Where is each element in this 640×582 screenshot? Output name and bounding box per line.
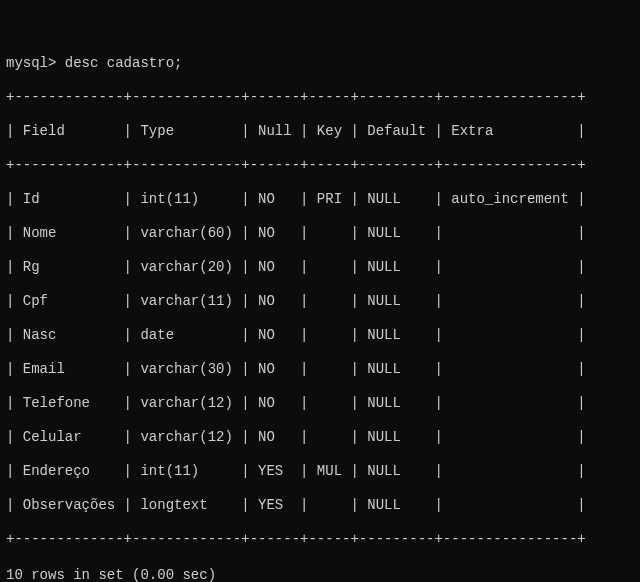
table1-row: | Telefone | varchar(12) | NO | | NULL |…	[6, 395, 634, 412]
table1-row: | Nome | varchar(60) | NO | | NULL | |	[6, 225, 634, 242]
table1-row: | Endereço | int(11) | YES | MUL | NULL …	[6, 463, 634, 480]
table1-row: | Cpf | varchar(11) | NO | | NULL | |	[6, 293, 634, 310]
table1-row: | Observações | longtext | YES | | NULL …	[6, 497, 634, 514]
table1-sep-bot: +-------------+-------------+------+----…	[6, 531, 634, 548]
table1-sep-mid: +-------------+-------------+------+----…	[6, 157, 634, 174]
table1-sep-top: +-------------+-------------+------+----…	[6, 89, 634, 106]
status-1: 10 rows in set (0.00 sec)	[6, 567, 634, 582]
table1-row: | Email | varchar(30) | NO | | NULL | |	[6, 361, 634, 378]
table1-row: | Celular | varchar(12) | NO | | NULL | …	[6, 429, 634, 446]
table1-row: | Id | int(11) | NO | PRI | NULL | auto_…	[6, 191, 634, 208]
table1-header: | Field | Type | Null | Key | Default | …	[6, 123, 634, 140]
mysql-prompt-1: mysql> desc cadastro;	[6, 55, 634, 72]
table1-row: | Nasc | date | NO | | NULL | |	[6, 327, 634, 344]
table1-row: | Rg | varchar(20) | NO | | NULL | |	[6, 259, 634, 276]
